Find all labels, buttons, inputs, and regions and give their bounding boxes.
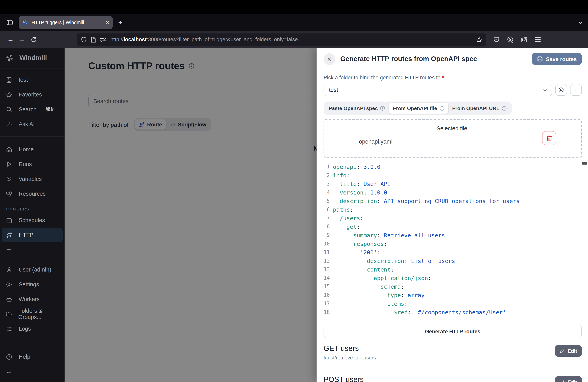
editor-scrollbar-thumb[interactable]	[582, 162, 587, 165]
close-drawer-button[interactable]: ✕	[324, 53, 335, 65]
pocket-icon[interactable]	[493, 36, 500, 43]
edit-route-button[interactable]: Edit	[555, 345, 582, 357]
windmill-favicon	[22, 20, 28, 26]
sidebar-item-label: Ask AI	[19, 121, 35, 127]
generate-http-routes-button[interactable]: Generate HTTP routes	[324, 325, 582, 338]
code-line: 15 schema:	[324, 282, 588, 291]
openapi-source-tabs: Paste OpenAPI spec From OpenAPI file	[324, 102, 512, 115]
permissions-sliders-icon[interactable]	[100, 37, 106, 42]
edit-route-button[interactable]: Edit	[555, 376, 582, 382]
folder-select[interactable]: test	[324, 84, 552, 96]
sidebar-item-label: Home	[19, 146, 34, 152]
required-asterisk: *	[442, 75, 444, 81]
sidebar-item-resources[interactable]: Resources	[0, 186, 64, 201]
code-line: 2info:	[324, 171, 588, 180]
save-icon	[537, 56, 543, 62]
tab-close-icon[interactable]: ✕	[105, 20, 109, 25]
sidebar-item-user[interactable]: User (admin)	[0, 262, 64, 277]
sidebar-item-favorites[interactable]: Favorites	[0, 87, 64, 102]
home-icon	[5, 146, 12, 153]
add-folder-button[interactable]: +	[570, 84, 582, 96]
info-icon	[380, 106, 385, 111]
triggers-section-label: TRIGGERS	[0, 201, 64, 213]
sidebar-item-label: Workers	[19, 296, 40, 302]
macos-menubar	[0, 0, 588, 14]
folder-select-value: test	[329, 87, 338, 93]
edit-label: Edit	[567, 348, 577, 354]
sidebar-item-label: Help	[19, 354, 30, 360]
edit-label: Edit	[567, 379, 577, 382]
list-tabs-chevron-icon[interactable]	[578, 20, 583, 25]
sidebar-item-workers[interactable]: Workers	[0, 292, 64, 307]
eye-icon	[558, 87, 564, 93]
firefox-view-button[interactable]	[4, 17, 16, 28]
page-info-icon[interactable]	[91, 36, 96, 42]
main-content: Custom HTTP routes Filter by path of	[64, 48, 588, 382]
tab-label: From OpenAPI URL	[452, 105, 500, 111]
browser-toolbar: ← → http://loc	[0, 31, 588, 48]
chevron-down-icon	[543, 87, 547, 92]
calendar-icon	[5, 217, 12, 223]
wand-icon	[5, 121, 12, 127]
route-name: GET users	[324, 344, 376, 353]
sidebar-brand[interactable]: Windmill	[0, 48, 64, 68]
sidebar-item-http[interactable]: HTTP	[2, 228, 63, 242]
sidebar-item-search[interactable]: Search ⌘k	[0, 102, 64, 117]
sidebar-add-button[interactable]: +	[0, 242, 64, 257]
sidebar-item-folders-groups[interactable]: Folders & Groups...	[0, 307, 64, 321]
search-shortcut: ⌘k	[45, 106, 54, 112]
sidebar: Windmill test Favorites	[0, 48, 64, 382]
sidebar-collapse-button[interactable]: ←	[0, 364, 64, 379]
folder-picker-label: Pick a folder to bind the generated HTTP…	[324, 75, 582, 81]
sidebar-item-label: test	[19, 77, 28, 83]
url-bar[interactable]: http://localhost:3000/routes?filter_path…	[77, 33, 486, 46]
sidebar-item-variables[interactable]: $ Variables	[0, 171, 64, 186]
view-folder-button[interactable]	[555, 84, 567, 96]
extensions-puzzle-icon[interactable]	[521, 36, 527, 43]
code-line: 7 /users:	[324, 214, 588, 223]
save-routes-label: Save routes	[546, 56, 577, 62]
openapi-code-editor[interactable]: 1openapi: 3.0.02info:3 title: User API4 …	[324, 161, 588, 320]
tab-title: HTTP triggers | Windmill	[32, 20, 102, 25]
bookmark-star-icon[interactable]	[476, 36, 482, 42]
plus-icon: +	[5, 246, 12, 254]
forward-button[interactable]: →	[16, 36, 28, 43]
remove-file-button[interactable]	[542, 131, 556, 145]
tab-from-openapi-url[interactable]: From OpenAPI URL	[448, 103, 511, 114]
code-line: 9 summary: Retrieve all users	[324, 231, 588, 240]
selected-file-dropzone[interactable]: Selected file: openapi.yaml	[324, 119, 582, 158]
sidebar-item-ask-ai[interactable]: Ask AI	[0, 117, 64, 131]
sidebar-item-test[interactable]: test	[0, 72, 64, 87]
code-line: 18 $ref: '#/components/schemas/User'	[324, 308, 588, 317]
sidebar-item-label: Favorites	[19, 91, 42, 98]
tab-from-openapi-file[interactable]: From OpenAPI file	[389, 103, 448, 114]
hamburger-menu-icon[interactable]	[534, 37, 541, 42]
brand-name: Windmill	[20, 54, 47, 62]
code-line: 10 responses:	[324, 240, 588, 248]
account-icon[interactable]	[507, 36, 514, 43]
sidebar-item-logs[interactable]: Logs	[0, 321, 64, 336]
tab-label: Paste OpenAPI spec	[329, 105, 378, 111]
generated-route-row: GET users f/test/retrieve_all_users Edit	[324, 344, 582, 361]
sidebar-item-runs[interactable]: Runs	[0, 157, 64, 171]
back-button[interactable]: ←	[5, 36, 16, 43]
windmill-logo-icon	[5, 54, 14, 62]
folder-open-icon	[5, 311, 12, 317]
browser-tab-strip: HTTP triggers | Windmill ✕ +	[0, 14, 588, 31]
sidebar-item-label: Resources	[19, 191, 46, 197]
browser-tab[interactable]: HTTP triggers | Windmill ✕	[19, 16, 113, 29]
code-line: 8 get:	[324, 223, 588, 231]
new-tab-button[interactable]: +	[118, 18, 123, 27]
sidebar-item-schedules[interactable]: Schedules	[0, 213, 64, 228]
sidebar-item-help[interactable]: Help	[0, 349, 64, 364]
sidebar-item-settings[interactable]: Settings	[0, 277, 64, 292]
shield-icon[interactable]	[81, 36, 87, 42]
tab-paste-openapi-spec[interactable]: Paste OpenAPI spec	[325, 103, 389, 114]
route-icon	[5, 232, 12, 238]
sidebar-item-label: Search	[19, 106, 37, 112]
search-icon	[5, 106, 12, 113]
save-routes-button[interactable]: Save routes	[532, 53, 582, 65]
sidebar-item-home[interactable]: Home	[0, 142, 64, 157]
reload-button[interactable]	[28, 36, 40, 42]
code-line: 16 type: array	[324, 291, 588, 299]
